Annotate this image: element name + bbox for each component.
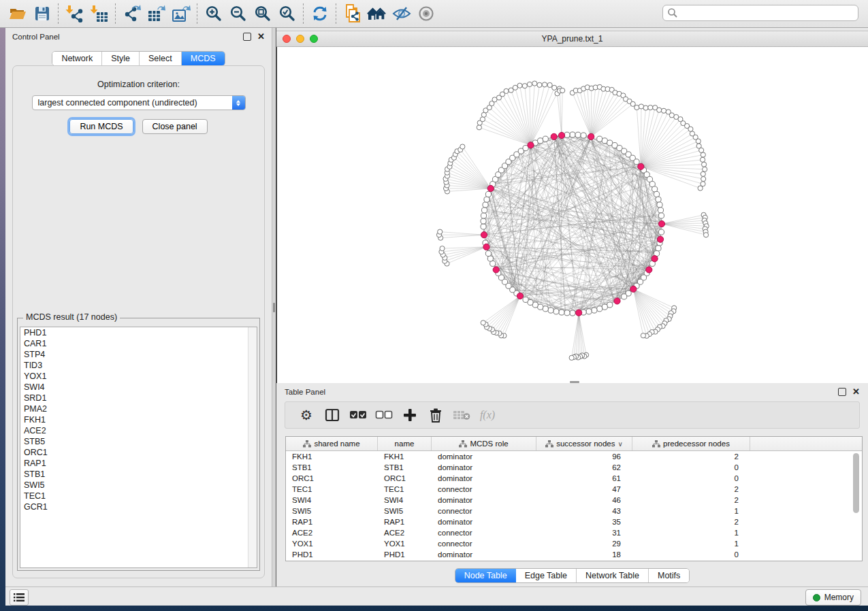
delete-row-button[interactable]	[423, 404, 449, 426]
hide-panel-button[interactable]	[389, 2, 414, 25]
tab-style[interactable]: Style	[102, 52, 140, 65]
clone-network-button[interactable]	[340, 2, 365, 25]
search-input[interactable]	[678, 7, 858, 18]
graph-node[interactable]	[527, 82, 532, 86]
graph-node[interactable]	[703, 233, 708, 237]
graph-node[interactable]	[532, 81, 537, 86]
mcds-result-item[interactable]: PMA2	[20, 403, 257, 414]
mcds-hub-node[interactable]	[487, 185, 494, 191]
mcds-hub-node[interactable]	[493, 267, 499, 273]
table-scrollbar[interactable]	[852, 452, 860, 559]
mcds-hub-node[interactable]	[658, 220, 664, 227]
optimization-criterion-dropdown[interactable]: largest connected component (undirected)	[32, 95, 246, 110]
import-network-button[interactable]	[63, 2, 87, 25]
graph-node[interactable]	[592, 308, 597, 313]
float-panel-icon[interactable]	[243, 33, 251, 41]
graph-node[interactable]	[570, 310, 575, 316]
graph-node[interactable]	[634, 105, 639, 110]
memory-button[interactable]: Memory	[805, 589, 861, 606]
table-row[interactable]: ACE2ACE2connector311	[286, 527, 862, 538]
export-network-button[interactable]	[120, 2, 144, 25]
zoom-fit-button[interactable]	[251, 2, 275, 25]
graph-node[interactable]	[701, 176, 706, 181]
table-row[interactable]: RAP1RAP1dominator352	[286, 516, 862, 527]
mcds-hub-node[interactable]	[652, 256, 658, 262]
graph-node[interactable]	[481, 218, 486, 224]
table-row[interactable]: YOX1YOX1connector291	[286, 538, 862, 549]
graph-node[interactable]	[658, 213, 664, 218]
tab-mcds[interactable]: MCDS	[182, 52, 225, 65]
save-session-button[interactable]	[30, 2, 54, 25]
graph-node[interactable]	[564, 310, 570, 316]
graph-node[interactable]	[485, 191, 491, 197]
graph-node[interactable]	[701, 171, 705, 176]
graph-node[interactable]	[522, 84, 527, 88]
graph-node[interactable]	[481, 208, 487, 213]
graph-node[interactable]	[648, 105, 653, 110]
graph-node[interactable]	[622, 294, 627, 299]
graph-node[interactable]	[485, 250, 491, 256]
mcds-result-item[interactable]: STB1	[20, 469, 257, 480]
graph-node[interactable]	[688, 127, 693, 131]
run-mcds-button[interactable]: Run MCDS	[69, 119, 133, 134]
graph-node[interactable]	[597, 306, 602, 312]
tab-node-table[interactable]: Node Table	[455, 569, 516, 582]
mcds-hub-node[interactable]	[528, 142, 534, 148]
graph-node[interactable]	[569, 355, 574, 360]
graph-node[interactable]	[656, 246, 661, 251]
table-row[interactable]: TEC1TEC1connector472	[286, 484, 862, 495]
table-row[interactable]: STB1STB1dominator620	[286, 462, 862, 473]
graph-node[interactable]	[597, 136, 602, 142]
graph-node[interactable]	[652, 186, 658, 192]
mcds-hub-node[interactable]	[638, 163, 644, 169]
mcds-hub-node[interactable]	[481, 232, 487, 238]
graph-node[interactable]	[701, 162, 706, 167]
delete-table-button[interactable]	[449, 404, 475, 426]
graph-node[interactable]	[477, 125, 481, 130]
mcds-result-item[interactable]: FKH1	[20, 414, 257, 425]
tab-select[interactable]: Select	[140, 52, 182, 65]
mcds-hub-node[interactable]	[630, 286, 637, 292]
mcds-hub-node[interactable]	[517, 293, 523, 299]
graph-node[interactable]	[656, 197, 661, 202]
graph-node[interactable]	[581, 133, 586, 138]
network-canvas[interactable]	[276, 47, 868, 384]
close-panel-button[interactable]: Close panel	[142, 119, 208, 134]
scrollbar-thumb[interactable]	[853, 453, 859, 513]
graph-node[interactable]	[602, 304, 607, 310]
graph-node[interactable]	[440, 246, 445, 251]
mcds-result-item[interactable]: TID3	[20, 360, 257, 371]
task-history-button[interactable]	[10, 589, 29, 606]
tab-motifs[interactable]: Motifs	[649, 569, 689, 582]
graph-node[interactable]	[553, 309, 559, 314]
export-table-button[interactable]	[144, 2, 169, 25]
graph-node[interactable]	[483, 202, 488, 208]
deselect-all-button[interactable]	[371, 404, 397, 426]
graph-node[interactable]	[460, 144, 465, 149]
graph-node[interactable]	[657, 202, 662, 208]
graph-node[interactable]	[657, 108, 662, 112]
import-table-button[interactable]	[87, 2, 112, 25]
mcds-result-item[interactable]: GCR1	[20, 501, 257, 512]
graph-node[interactable]	[537, 82, 542, 87]
table-row[interactable]: PHD1PHD1dominator180	[286, 549, 862, 560]
graph-node[interactable]	[575, 132, 581, 137]
zoom-selected-button[interactable]	[275, 2, 300, 25]
table-row[interactable]: FKH1FKH1dominator962	[286, 451, 862, 462]
graph-node[interactable]	[634, 159, 639, 165]
graph-node[interactable]	[661, 108, 666, 113]
zoom-out-button[interactable]	[226, 2, 251, 25]
mcds-hub-node[interactable]	[551, 133, 557, 139]
graph-node[interactable]	[586, 309, 592, 314]
column-header-name[interactable]: name	[378, 437, 432, 450]
zoom-in-button[interactable]	[202, 2, 226, 25]
node-table[interactable]: shared namenameMCDS rolesuccessor nodes∨…	[285, 436, 863, 561]
tab-edge-table[interactable]: Edge Table	[516, 569, 577, 582]
mcds-result-item[interactable]: SRD1	[20, 393, 257, 403]
mcds-result-item[interactable]: SWI4	[20, 382, 257, 393]
column-header-mcds-role[interactable]: MCDS role	[432, 437, 536, 450]
mcds-result-item[interactable]: PHD1	[20, 327, 257, 338]
graph-node[interactable]	[517, 83, 522, 88]
column-header-successor-nodes[interactable]: successor nodes∨	[536, 437, 632, 450]
mcds-result-item[interactable]: CAR1	[20, 338, 257, 349]
